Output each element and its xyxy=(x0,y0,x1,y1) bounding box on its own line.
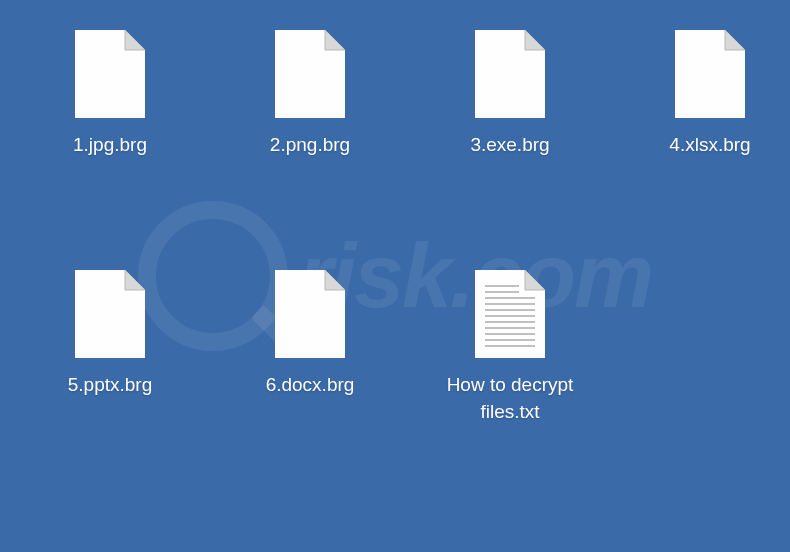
file-item[interactable]: 5.pptx.brg xyxy=(40,270,180,500)
file-item[interactable]: 3.exe.brg xyxy=(440,30,580,260)
file-icon xyxy=(675,30,745,118)
file-icon xyxy=(275,30,345,118)
file-icon xyxy=(75,270,145,358)
file-label: 6.docx.brg xyxy=(266,372,355,399)
desktop-area: 1.jpg.brg 2.png.brg 3.exe.brg xyxy=(0,0,790,530)
file-icon xyxy=(75,30,145,118)
file-label: How to decrypt files.txt xyxy=(440,372,580,425)
file-item[interactable]: 2.png.brg xyxy=(240,30,380,260)
file-icon xyxy=(275,270,345,358)
file-item[interactable]: 1.jpg.brg xyxy=(40,30,180,260)
file-label: 1.jpg.brg xyxy=(73,132,147,159)
file-label: 3.exe.brg xyxy=(470,132,549,159)
file-item[interactable]: 6.docx.brg xyxy=(240,270,380,500)
file-icon xyxy=(475,30,545,118)
text-file-icon xyxy=(475,270,545,358)
file-label: 4.xlsx.brg xyxy=(669,132,750,159)
file-label: 2.png.brg xyxy=(270,132,350,159)
file-label: 5.pptx.brg xyxy=(68,372,153,399)
file-item[interactable]: 4.xlsx.brg xyxy=(640,30,780,260)
file-item[interactable]: How to decrypt files.txt xyxy=(440,270,580,500)
